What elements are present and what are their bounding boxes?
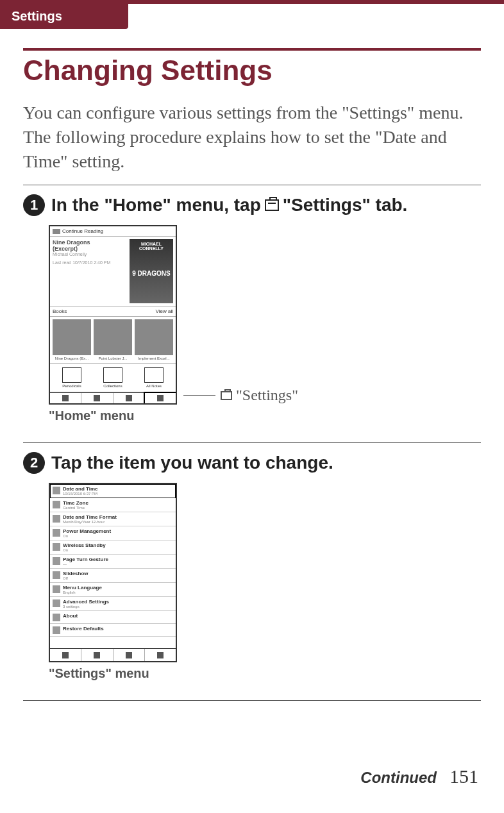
stab-2-icon	[94, 652, 100, 658]
current-book-author: Michael Connelly	[53, 252, 127, 256]
settings-row-icon	[53, 543, 60, 551]
current-book-sub: (Excerpt)	[53, 246, 127, 252]
home-device-frame: Continue Reading Nine Dragons (Excerpt) …	[49, 225, 177, 405]
settings-row-title: Menu Language	[63, 585, 173, 591]
settings-row-text: Time ZoneCentral Time	[63, 500, 173, 510]
tab-2-icon	[94, 395, 100, 401]
tab-settings[interactable]	[144, 392, 176, 404]
stab-4-icon	[157, 652, 164, 658]
settings-row-text: Power ManagementOn	[63, 528, 173, 538]
settings-device-frame: Date and Time10/15/2010 6:37 PMTime Zone…	[49, 483, 177, 662]
settings-row-icon	[53, 614, 60, 621]
page-content: Changing Settings You can configure vari…	[0, 29, 504, 701]
settings-callout: "Settings"	[183, 387, 298, 404]
collections-label: Collections	[94, 384, 132, 388]
settings-row-sub: Month/Day/Year 12-hour	[63, 520, 173, 524]
settings-row-2[interactable]: Date and Time FormatMonth/Day/Year 12-ho…	[50, 512, 176, 526]
settings-row-4[interactable]: Wireless StandbyOn	[50, 541, 176, 555]
settings-row-icon	[53, 557, 60, 565]
allnotes-label: All Notes	[135, 384, 173, 388]
allnotes-icon: All Notes	[135, 367, 173, 388]
settings-row-0[interactable]: Date and Time10/15/2010 6:37 PM	[50, 484, 176, 498]
continued-label: Continued	[360, 769, 437, 787]
cover-line2: 9 DRAGONS	[131, 270, 172, 277]
home-screenshot-block: Continue Reading Nine Dragons (Excerpt) …	[49, 225, 481, 405]
step-2-number: 2	[23, 452, 45, 474]
settings-row-text: Date and Time10/15/2010 6:37 PM	[63, 486, 173, 496]
step-1-text-after: "Settings" tab.	[283, 195, 408, 215]
books-label: Books	[53, 308, 67, 314]
settings-row-sub: On	[63, 534, 173, 538]
settings-row-icon	[53, 515, 60, 523]
step-2-text: Tap the item you want to change.	[51, 453, 333, 473]
settings-row-sub: On	[63, 548, 173, 552]
flag-icon	[53, 229, 60, 234]
settings-row-10[interactable]: Restore Defaults	[50, 624, 176, 637]
step-2: 2 Tap the item you want to change. Date …	[23, 452, 481, 681]
last-read: Last read 10/7/2010 2:40 PM	[53, 260, 127, 265]
settings-row-sub: Central Time	[63, 506, 173, 510]
home-left: Nine Dragons (Excerpt) Michael Connelly …	[53, 239, 127, 303]
settings-row-icon	[53, 571, 60, 579]
settings-row-6[interactable]: SlideshowOff	[50, 569, 176, 583]
stab-3[interactable]	[113, 649, 145, 661]
page-footer: Continued 151	[360, 766, 478, 787]
books-bar: Books View all	[50, 306, 176, 317]
settings-row-title: Power Management	[63, 528, 173, 534]
cover-line1: MICHAEL CONNELLY	[131, 242, 172, 251]
book-thumbs: Nine Dragons (Ex... Point Lobster J... I…	[50, 317, 176, 364]
books-viewall: View all	[156, 308, 173, 314]
settings-row-title: Restore Defaults	[63, 626, 173, 632]
thumb-1-label: Nine Dragons (Ex...	[53, 356, 91, 360]
stab-1[interactable]	[50, 649, 81, 661]
step-1-number: 1	[23, 194, 45, 216]
current-book-title: Nine Dragons	[53, 239, 127, 246]
settings-caption: "Settings" menu	[49, 666, 481, 681]
thumb-2-img	[94, 319, 132, 355]
stab-4[interactable]	[145, 649, 176, 661]
settings-bottom-tabs	[50, 648, 176, 661]
section-header: Settings	[0, 4, 128, 29]
settings-tab-icon	[157, 395, 164, 401]
settings-row-text: Menu LanguageEnglish	[63, 585, 173, 594]
settings-row-icon	[53, 529, 60, 537]
divider-2	[23, 442, 481, 443]
collections-box	[103, 367, 122, 383]
stab-2[interactable]	[81, 649, 113, 661]
tab-home[interactable]	[50, 393, 81, 403]
thumb-1: Nine Dragons (Ex...	[53, 319, 91, 360]
title-rule	[23, 48, 481, 51]
toolbox-icon	[221, 391, 232, 400]
tab-2[interactable]	[81, 393, 113, 403]
settings-row-5[interactable]: Page Turn Gesture—	[50, 555, 176, 569]
settings-row-1[interactable]: Time ZoneCentral Time	[50, 498, 176, 512]
stab-3-icon	[126, 652, 132, 658]
settings-row-7[interactable]: Menu LanguageEnglish	[50, 583, 176, 597]
step-2-header: 2 Tap the item you want to change.	[23, 452, 481, 474]
tab-3[interactable]	[113, 393, 145, 403]
settings-row-text: SlideshowOff	[63, 571, 173, 580]
settings-row-title: Slideshow	[63, 571, 173, 576]
settings-row-icon	[53, 585, 60, 593]
page-number: 151	[449, 766, 478, 787]
settings-row-title: Date and Time	[63, 486, 173, 492]
collections-icon: Collections	[94, 367, 132, 388]
step-1: 1 In the "Home" menu, tap "Settings" tab…	[23, 194, 481, 423]
settings-row-title: Wireless Standby	[63, 542, 173, 548]
thumb-3-label: Implement Excel...	[135, 356, 173, 360]
thumb-2: Point Lobster J...	[94, 319, 132, 360]
settings-row-sub: English	[63, 591, 173, 594]
settings-row-text: Wireless StandbyOn	[63, 542, 173, 552]
page-title: Changing Settings	[23, 54, 481, 87]
divider-3	[23, 700, 481, 701]
thumb-3: Implement Excel...	[135, 319, 173, 360]
settings-row-text: Advanced Settings3 settings	[63, 599, 173, 608]
tab-3-icon	[126, 395, 132, 401]
intro-text: You can configure various settings from …	[23, 101, 481, 173]
settings-row-8[interactable]: Advanced Settings3 settings	[50, 597, 176, 611]
callout-line	[183, 395, 215, 396]
settings-row-3[interactable]: Power ManagementOn	[50, 526, 176, 541]
home-icons: Periodicals Collections All Notes	[50, 364, 176, 392]
settings-row-9[interactable]: About	[50, 611, 176, 624]
periodicals-label: Periodicals	[53, 384, 91, 388]
